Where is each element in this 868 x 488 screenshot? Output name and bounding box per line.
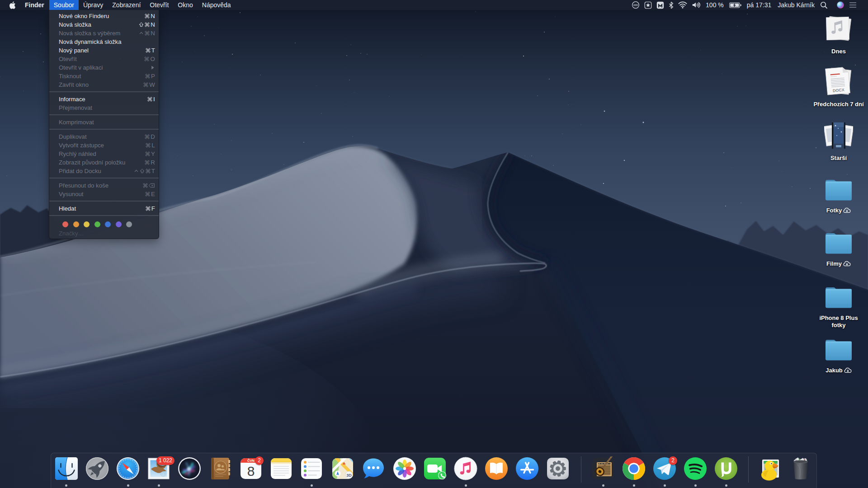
- svg-text:ČVN: ČVN: [247, 459, 255, 463]
- svg-text:3D: 3D: [346, 473, 352, 478]
- svg-text:8: 8: [247, 464, 255, 479]
